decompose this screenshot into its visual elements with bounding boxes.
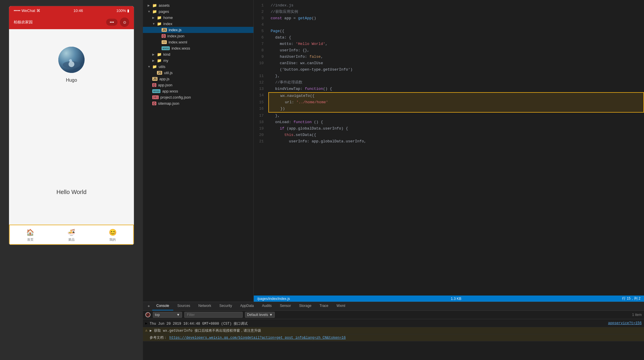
tab-wxml[interactable]: Wxml [332, 302, 349, 310]
file-name: kind [163, 52, 170, 57]
tab-console[interactable]: Console [152, 302, 173, 310]
battery-icon: ▮ [127, 8, 129, 13]
tree-item-kind[interactable]: ▶📁kind [143, 51, 253, 57]
tab-home[interactable]: 🏠 首页 [22, 228, 39, 243]
tab-mine[interactable]: 😊 我的 [104, 228, 121, 243]
tree-item-util-js[interactable]: JSutil.js [143, 70, 253, 76]
code-line: 5Page({ [254, 28, 644, 34]
tree-item-index-json[interactable]: {}index.json [143, 33, 253, 39]
line-number: 12 [254, 79, 268, 86]
code-line: 13 bindViewTap: function() { [254, 86, 644, 92]
code-line: 11 }, [254, 73, 644, 79]
docs-link[interactable]: https://developers.weixin.qq.com/blogdet… [169, 336, 346, 340]
clear-console-button[interactable]: 🚫 [145, 312, 150, 317]
phone-tab-bar: 🏠 首页 🍜 菜品 😊 我的 [9, 225, 134, 245]
file-name: index [163, 22, 172, 26]
console-entry-warning-1: ⚠ ▶ 获取 wx.getUserInfo 接口后续将不再出现授权弹窗，请注意升… [143, 327, 644, 334]
line-content: wx.navigateTo({ [268, 92, 644, 99]
devtools-target-icon[interactable]: ⌖ [145, 302, 152, 310]
context-value: top [155, 313, 160, 317]
phone-content: Hugo Hello World [9, 29, 134, 225]
tab-trace[interactable]: Trace [316, 302, 332, 310]
line-content: }, [268, 73, 644, 79]
line-content: //获取应用实例 [268, 9, 644, 15]
file-name: home [163, 15, 173, 20]
line-content: const app = getApp() [268, 15, 644, 22]
status-left: ••••• WeChat ⌘ [14, 8, 40, 13]
code-area: 1//index.js2//获取应用实例3const app = getApp(… [254, 0, 644, 296]
level-select[interactable]: Default levels ▼ [245, 312, 275, 318]
tree-item-pages[interactable]: ▼📁pages [143, 8, 253, 15]
tree-item-my[interactable]: ▶📁my [143, 57, 253, 64]
code-line: 7 motto: 'Hello World', [254, 41, 644, 47]
tree-item-index-js[interactable]: JSindex.js [143, 27, 253, 33]
line-content: }, [268, 113, 644, 119]
line-content: userInfo: {}, [268, 47, 644, 54]
context-select[interactable]: top ▼ [153, 312, 182, 318]
tree-item-project-config.json[interactable]: {⚙}project.config.json [143, 94, 253, 100]
tree-item-sitemap-json[interactable]: {}sitemap.json [143, 100, 253, 106]
title-dots-button[interactable]: ••• [106, 19, 118, 26]
line-content: Page({ [268, 28, 644, 34]
line-number: 14 [254, 92, 268, 99]
warning-text-1: ▶ 获取 wx.getUserInfo 接口后续将不再出现授权弹窗，请注意升级 [150, 328, 642, 333]
devtools-content: ▶ Thu Jun 20 2019 10:44:48 GMT+0800 (CST… [143, 319, 644, 360]
code-line: 16 }) [254, 106, 644, 113]
code-line: 6 data: { [254, 34, 644, 41]
code-line: 18 onLoad: function () { [254, 119, 644, 125]
code-line: 17 }, [254, 113, 644, 119]
file-name: app.wxss [162, 89, 178, 93]
tab-audits[interactable]: Audits [258, 302, 276, 310]
entry-link[interactable]: appservice?t=156 [608, 321, 642, 325]
devtools-tab-bar: ⌖ Console Sources Network Security AppDa… [143, 302, 644, 311]
line-number: 17 [254, 113, 268, 119]
tab-appdata[interactable]: AppData [236, 302, 258, 310]
line-number: 19 [254, 125, 268, 132]
code-line: 10 canIUse: wx.canIUse [254, 60, 644, 67]
filter-input[interactable] [184, 312, 243, 318]
tab-network[interactable]: Network [194, 302, 215, 310]
file-name: app.js [159, 77, 169, 81]
svg-point-1 [63, 61, 80, 68]
file-name: index.wxml [169, 40, 187, 44]
tree-item-index[interactable]: ▼📁index [143, 21, 253, 27]
tree-item-home[interactable]: ▶📁home [143, 15, 253, 21]
file-tree: ▶📁assets▼📁pages▶📁home▼📁indexJSindex.js{}… [143, 0, 254, 302]
line-content: hasUserInfo: false, [268, 54, 644, 60]
line-content: canIUse: wx.canIUse [268, 60, 644, 67]
line-number: 2 [254, 9, 268, 15]
tab-storage[interactable]: Storage [295, 302, 316, 310]
file-name: index.json [167, 34, 185, 38]
devtools-panel: ⌖ Console Sources Network Security AppDa… [143, 302, 644, 360]
file-size: 1.3 KB [451, 297, 461, 301]
tab-sources[interactable]: Sources [173, 302, 194, 310]
line-content: //index.js [268, 2, 644, 9]
network-name: WeChat [22, 8, 35, 13]
tab-sensor[interactable]: Sensor [276, 302, 295, 310]
line-number: 10 [254, 60, 268, 67]
line-content: ('button.open-type.getUserInfo') [268, 67, 644, 73]
wifi-icon: ⌘ [36, 8, 40, 13]
phone-title-bar: 柏杨农家园 ••• ⊙ [9, 15, 134, 29]
home-label: 首页 [27, 237, 34, 242]
tab-security[interactable]: Security [215, 302, 236, 310]
cursor-position: 行 15，列 2 [622, 296, 640, 301]
tab-menu[interactable]: 🍜 菜品 [63, 228, 80, 243]
title-target-button[interactable]: ⊙ [120, 18, 129, 27]
menu-label: 菜品 [68, 237, 75, 242]
tree-item-app-json[interactable]: {}app.json [143, 82, 253, 88]
file-name: pages [159, 9, 169, 14]
tree-item-app-js[interactable]: JSapp.js [143, 76, 253, 82]
devtools-toolbar: 🚫 top ▼ Default levels ▼ 1 item [143, 311, 644, 319]
code-line: 14 wx.navigateTo({ [254, 92, 644, 99]
tree-item-index-wxml[interactable]: <>index.wxml [143, 39, 253, 45]
code-line: 4 [254, 22, 644, 28]
tree-item-assets[interactable]: ▶📁assets [143, 2, 253, 8]
entry-toggle[interactable]: ▶ [145, 321, 147, 326]
code-line: 2//获取应用实例 [254, 9, 644, 15]
svg-point-2 [69, 59, 72, 62]
tree-item-index-wxss[interactable]: wxssindex.wxss [143, 45, 253, 51]
tree-item-utils[interactable]: ▼📁utils [143, 64, 253, 70]
mine-label: 我的 [109, 237, 116, 242]
tree-item-app-wxss[interactable]: wxssapp.wxss [143, 88, 253, 94]
